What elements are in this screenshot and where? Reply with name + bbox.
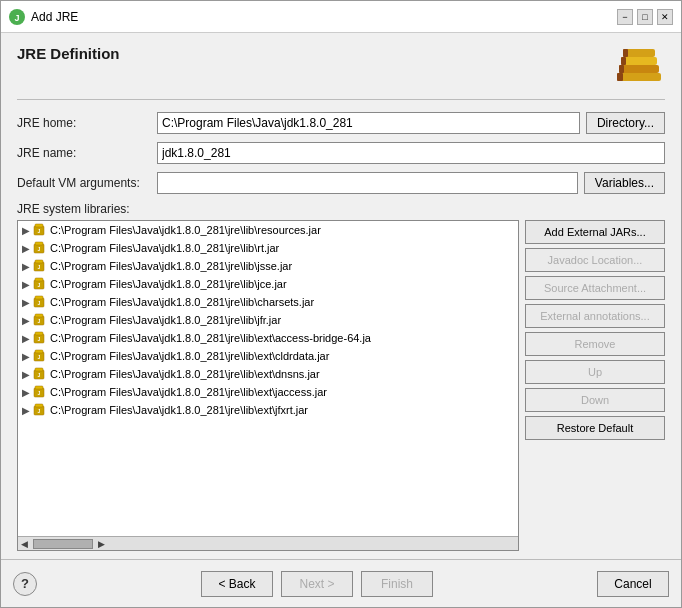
jre-home-input[interactable] bbox=[157, 112, 580, 134]
list-item-path: C:\Program Files\Java\jdk1.8.0_281\jre\l… bbox=[50, 296, 314, 308]
footer-nav: < Back Next > Finish bbox=[37, 571, 597, 597]
svg-text:J: J bbox=[38, 228, 41, 234]
svg-rect-4 bbox=[621, 57, 657, 65]
list-item[interactable]: ▶ J C:\Program Files\Java\jdk1.8.0_281\j… bbox=[18, 401, 518, 419]
next-button[interactable]: Next > bbox=[281, 571, 353, 597]
svg-text:J: J bbox=[38, 408, 41, 414]
default-vm-input[interactable] bbox=[157, 172, 578, 194]
help-button[interactable]: ? bbox=[13, 572, 37, 596]
down-button[interactable]: Down bbox=[525, 388, 665, 412]
cancel-button[interactable]: Cancel bbox=[597, 571, 669, 597]
svg-rect-35 bbox=[35, 368, 43, 371]
svg-text:J: J bbox=[38, 354, 41, 360]
svg-rect-7 bbox=[619, 65, 624, 73]
horizontal-scrollbar[interactable]: ◀ ▶ bbox=[18, 536, 518, 550]
svg-rect-11 bbox=[35, 224, 43, 227]
add-external-jars-button[interactable]: Add External JARs... bbox=[525, 220, 665, 244]
jar-icon: J bbox=[32, 331, 46, 345]
dialog-footer: ? < Back Next > Finish Cancel bbox=[1, 559, 681, 607]
maximize-button[interactable]: □ bbox=[637, 9, 653, 25]
list-item[interactable]: ▶ J C:\Program Files\Java\jdk1.8.0_281\j… bbox=[18, 383, 518, 401]
svg-rect-17 bbox=[35, 260, 43, 263]
expand-arrow: ▶ bbox=[22, 369, 30, 380]
header-divider bbox=[17, 99, 665, 100]
jar-icon: J bbox=[32, 349, 46, 363]
dialog-content: JRE Definition JRE home: Directory... bbox=[1, 33, 681, 559]
svg-text:J: J bbox=[38, 318, 41, 324]
list-item[interactable]: ▶ J C:\Program Files\Java\jdk1.8.0_281\j… bbox=[18, 257, 518, 275]
jre-name-row: JRE name: bbox=[17, 142, 665, 164]
scroll-thumb[interactable] bbox=[33, 539, 93, 549]
jar-icon: J bbox=[32, 295, 46, 309]
scroll-right-arrow[interactable]: ▶ bbox=[95, 539, 108, 549]
expand-arrow: ▶ bbox=[22, 333, 30, 344]
expand-arrow: ▶ bbox=[22, 279, 30, 290]
libraries-list[interactable]: ▶ J C:\Program Files\Java\jdk1.8.0_281\j… bbox=[18, 221, 518, 536]
jre-name-input[interactable] bbox=[157, 142, 665, 164]
jar-icon: J bbox=[32, 277, 46, 291]
list-item[interactable]: ▶ J C:\Program Files\Java\jdk1.8.0_281\j… bbox=[18, 311, 518, 329]
svg-rect-3 bbox=[619, 65, 659, 73]
remove-button[interactable]: Remove bbox=[525, 332, 665, 356]
svg-rect-38 bbox=[35, 386, 43, 389]
expand-arrow: ▶ bbox=[22, 243, 30, 254]
up-button[interactable]: Up bbox=[525, 360, 665, 384]
svg-rect-41 bbox=[35, 404, 43, 407]
libraries-list-wrapper: ▶ J C:\Program Files\Java\jdk1.8.0_281\j… bbox=[17, 220, 519, 551]
svg-text:J: J bbox=[38, 390, 41, 396]
list-item-path: C:\Program Files\Java\jdk1.8.0_281\jre\l… bbox=[50, 368, 320, 380]
add-jre-window: J Add JRE − □ ✕ JRE Definition bbox=[0, 0, 682, 608]
libraries-buttons: Add External JARs... Javadoc Location...… bbox=[525, 220, 665, 551]
jar-icon: J bbox=[32, 241, 46, 255]
svg-rect-6 bbox=[617, 73, 623, 81]
svg-text:J: J bbox=[14, 13, 19, 23]
list-item[interactable]: ▶ J C:\Program Files\Java\jdk1.8.0_281\j… bbox=[18, 221, 518, 239]
svg-rect-23 bbox=[35, 296, 43, 299]
list-item[interactable]: ▶ J C:\Program Files\Java\jdk1.8.0_281\j… bbox=[18, 239, 518, 257]
external-annotations-button[interactable]: External annotations... bbox=[525, 304, 665, 328]
default-vm-label: Default VM arguments: bbox=[17, 176, 157, 190]
source-attachment-button[interactable]: Source Attachment... bbox=[525, 276, 665, 300]
svg-text:J: J bbox=[38, 282, 41, 288]
close-button[interactable]: ✕ bbox=[657, 9, 673, 25]
list-item[interactable]: ▶ J C:\Program Files\Java\jdk1.8.0_281\j… bbox=[18, 347, 518, 365]
restore-default-button[interactable]: Restore Default bbox=[525, 416, 665, 440]
list-item[interactable]: ▶ J C:\Program Files\Java\jdk1.8.0_281\j… bbox=[18, 329, 518, 347]
list-item[interactable]: ▶ J C:\Program Files\Java\jdk1.8.0_281\j… bbox=[18, 275, 518, 293]
svg-rect-9 bbox=[623, 49, 628, 57]
minimize-button[interactable]: − bbox=[617, 9, 633, 25]
svg-text:J: J bbox=[38, 246, 41, 252]
jar-icon: J bbox=[32, 403, 46, 417]
svg-rect-8 bbox=[621, 57, 626, 65]
svg-rect-29 bbox=[35, 332, 43, 335]
libraries-section: ▶ J C:\Program Files\Java\jdk1.8.0_281\j… bbox=[17, 220, 665, 551]
svg-rect-2 bbox=[617, 73, 661, 81]
jar-icon: J bbox=[32, 385, 46, 399]
variables-button[interactable]: Variables... bbox=[584, 172, 665, 194]
list-item-path: C:\Program Files\Java\jdk1.8.0_281\jre\l… bbox=[50, 386, 327, 398]
list-item-path: C:\Program Files\Java\jdk1.8.0_281\jre\l… bbox=[50, 224, 321, 236]
window-icon: J bbox=[9, 9, 25, 25]
javadoc-location-button[interactable]: Javadoc Location... bbox=[525, 248, 665, 272]
svg-rect-14 bbox=[35, 242, 43, 245]
list-item[interactable]: ▶ J C:\Program Files\Java\jdk1.8.0_281\j… bbox=[18, 365, 518, 383]
list-item-path: C:\Program Files\Java\jdk1.8.0_281\jre\l… bbox=[50, 350, 329, 362]
jar-icon: J bbox=[32, 259, 46, 273]
list-item-path: C:\Program Files\Java\jdk1.8.0_281\jre\l… bbox=[50, 278, 287, 290]
jar-icon: J bbox=[32, 313, 46, 327]
expand-arrow: ▶ bbox=[22, 351, 30, 362]
page-title: JRE Definition bbox=[17, 45, 120, 62]
scroll-left-arrow[interactable]: ◀ bbox=[18, 539, 31, 549]
svg-rect-32 bbox=[35, 350, 43, 353]
title-bar: J Add JRE − □ ✕ bbox=[1, 1, 681, 33]
svg-text:J: J bbox=[38, 300, 41, 306]
back-button[interactable]: < Back bbox=[201, 571, 273, 597]
list-item-path: C:\Program Files\Java\jdk1.8.0_281\jre\l… bbox=[50, 332, 371, 344]
directory-button[interactable]: Directory... bbox=[586, 112, 665, 134]
page-header: JRE Definition bbox=[17, 45, 665, 89]
finish-button[interactable]: Finish bbox=[361, 571, 433, 597]
list-item[interactable]: ▶ J C:\Program Files\Java\jdk1.8.0_281\j… bbox=[18, 293, 518, 311]
list-item-path: C:\Program Files\Java\jdk1.8.0_281\jre\l… bbox=[50, 404, 308, 416]
jar-icon: J bbox=[32, 367, 46, 381]
list-item-path: C:\Program Files\Java\jdk1.8.0_281\jre\l… bbox=[50, 260, 292, 272]
